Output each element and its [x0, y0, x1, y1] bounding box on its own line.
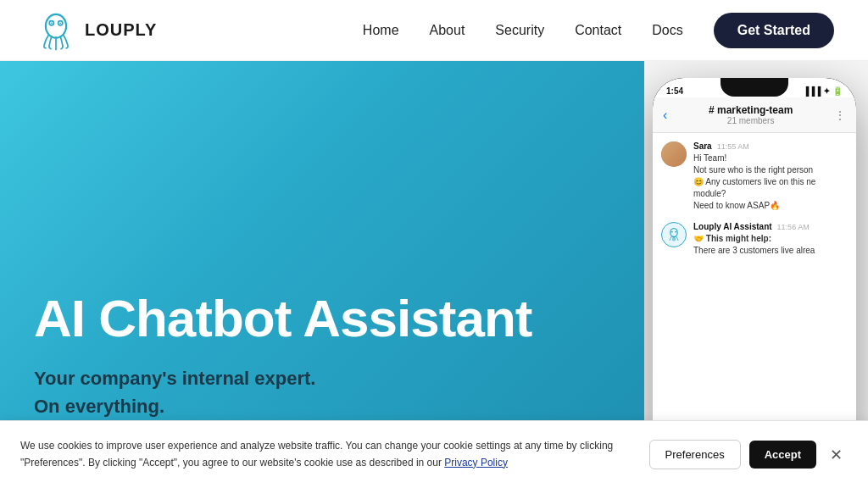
message-louply: Louply AI Assistant 11:56 AM 🤝 This migh… — [661, 222, 848, 257]
phone-screen: 1:54 ▐▐▐ ✦ 🔋 ‹ # marketing-team 21 membe… — [653, 78, 856, 468]
phone-outer: 1:54 ▐▐▐ ✦ 🔋 ‹ # marketing-team 21 membe… — [653, 78, 856, 468]
header: LOUPLY Home About Security Contact Docs … — [0, 0, 868, 61]
sara-avatar — [661, 141, 687, 167]
phone-signal: ▐▐▐ ✦ 🔋 — [803, 86, 843, 96]
preferences-button[interactable]: Preferences — [649, 440, 741, 469]
cookie-message: We use cookies to improve user experienc… — [20, 440, 613, 468]
accept-button[interactable]: Accept — [749, 441, 816, 469]
channel-name: # marketing-team — [709, 104, 793, 116]
sara-message-header: Sara 11:55 AM — [693, 141, 848, 151]
louply-message-content: Louply AI Assistant 11:56 AM 🤝 This migh… — [693, 222, 848, 257]
get-started-button[interactable]: Get Started — [714, 13, 834, 48]
phone-notch — [721, 78, 788, 97]
svg-point-6 — [671, 231, 673, 233]
message-sara: Sara 11:55 AM Hi Team! Not sure who is t… — [661, 141, 848, 212]
nav-contact[interactable]: Contact — [575, 23, 621, 38]
louply-message-header: Louply AI Assistant 11:56 AM — [693, 222, 848, 231]
phone-channel-header: ‹ # marketing-team 21 members ⋮ — [653, 97, 856, 133]
sara-time: 11:55 AM — [717, 142, 749, 151]
louply-avatar-icon — [665, 226, 682, 243]
nav-docs[interactable]: Docs — [652, 23, 682, 38]
logo[interactable]: LOUPLY — [34, 8, 157, 53]
channel-info: # marketing-team 21 members — [709, 104, 793, 125]
nav-security[interactable]: Security — [495, 23, 544, 38]
cookie-actions: Preferences Accept ✕ — [649, 440, 848, 469]
phone-messages: Sara 11:55 AM Hi Team! Not sure who is t… — [653, 133, 856, 265]
hero-subtitle: Your company's internal expert. On every… — [34, 364, 610, 420]
nav-home[interactable]: Home — [363, 23, 399, 38]
cookie-banner: We use cookies to improve user experienc… — [0, 420, 868, 488]
sara-sender: Sara — [693, 141, 712, 151]
close-cookie-button[interactable]: ✕ — [825, 444, 848, 466]
phone-time: 1:54 — [666, 86, 683, 96]
hero-subtitle-line1: Your company's internal expert. — [34, 368, 315, 389]
privacy-policy-link[interactable]: Privacy Policy — [444, 457, 508, 469]
logo-text: LOUPLY — [85, 20, 157, 40]
hero-title: AI Chatbot Assistant — [34, 290, 610, 347]
svg-point-7 — [675, 231, 676, 233]
hero-subtitle-line2: On everything. — [34, 396, 164, 417]
cookie-text: We use cookies to improve user experienc… — [20, 438, 614, 470]
logo-icon — [34, 8, 78, 53]
svg-point-4 — [59, 22, 61, 24]
hero-content: AI Chatbot Assistant Your company's inte… — [0, 290, 644, 420]
channel-menu-icon: ⋮ — [834, 108, 846, 122]
sara-message-text: Hi Team! Not sure who is the right perso… — [693, 152, 848, 212]
back-chevron: ‹ — [663, 108, 667, 123]
nav: Home About Security Contact Docs Get Sta… — [363, 13, 834, 48]
louply-message-text: 🤝 This might help: There are 3 customers… — [693, 233, 848, 257]
louply-time: 11:56 AM — [777, 223, 810, 231]
sara-message-content: Sara 11:55 AM Hi Team! Not sure who is t… — [693, 141, 848, 212]
svg-point-3 — [51, 22, 53, 24]
svg-point-5 — [670, 229, 677, 237]
nav-about[interactable]: About — [430, 23, 465, 38]
louply-avatar — [661, 222, 687, 247]
channel-members: 21 members — [709, 116, 793, 125]
louply-sender: Louply AI Assistant — [693, 222, 772, 231]
